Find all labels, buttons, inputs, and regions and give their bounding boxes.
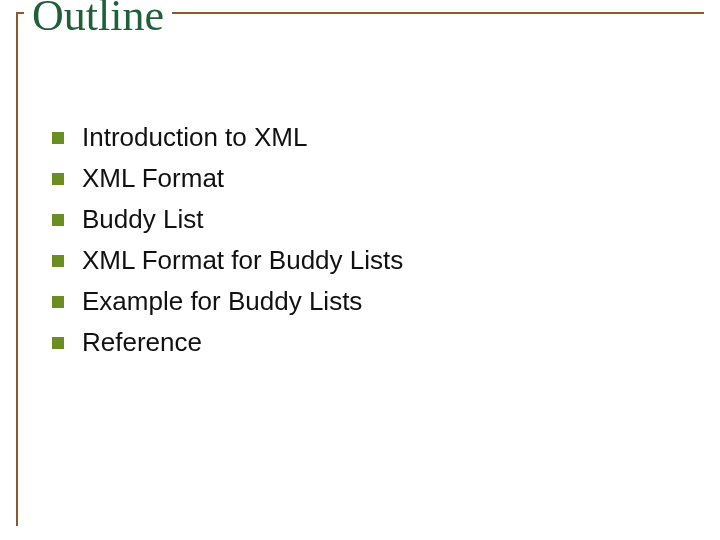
list-item: XML Format bbox=[52, 161, 680, 196]
square-bullet-icon bbox=[52, 214, 64, 226]
list-item-label: XML Format bbox=[82, 161, 224, 196]
slide-title: Outline bbox=[24, 0, 172, 46]
list-item-label: Reference bbox=[82, 325, 202, 360]
square-bullet-icon bbox=[52, 132, 64, 144]
rule-left bbox=[16, 12, 18, 526]
list-item-label: Introduction to XML bbox=[82, 120, 307, 155]
square-bullet-icon bbox=[52, 255, 64, 267]
list-item: Buddy List bbox=[52, 202, 680, 237]
list-item: Introduction to XML bbox=[52, 120, 680, 155]
list-item: XML Format for Buddy Lists bbox=[52, 243, 680, 278]
square-bullet-icon bbox=[52, 296, 64, 308]
square-bullet-icon bbox=[52, 337, 64, 349]
list-item-label: XML Format for Buddy Lists bbox=[82, 243, 403, 278]
list-item-label: Example for Buddy Lists bbox=[82, 284, 362, 319]
list-item: Example for Buddy Lists bbox=[52, 284, 680, 319]
square-bullet-icon bbox=[52, 173, 64, 185]
list-item-label: Buddy List bbox=[82, 202, 203, 237]
slide: Outline Introduction to XML XML Format B… bbox=[0, 0, 720, 540]
bullet-list: Introduction to XML XML Format Buddy Lis… bbox=[52, 120, 680, 367]
list-item: Reference bbox=[52, 325, 680, 360]
